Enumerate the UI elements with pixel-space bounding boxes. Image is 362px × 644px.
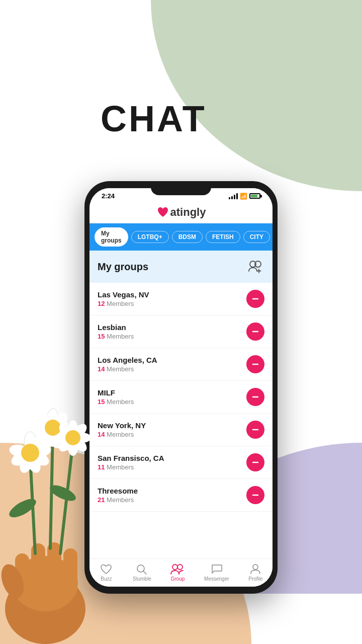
member-count: 12 — [98, 300, 105, 307]
nav-item-stumble[interactable]: Stumble — [133, 563, 151, 582]
nav-item-messenger[interactable]: Messenger — [204, 563, 229, 582]
group-item: Lesbian 15 Members — [89, 315, 273, 348]
remove-button[interactable] — [246, 486, 264, 504]
signal-bar-1 — [229, 197, 230, 199]
group-name: Los Angeles, CA — [98, 356, 246, 364]
svg-line-51 — [143, 571, 146, 574]
nav-item-group[interactable]: Group — [170, 563, 185, 582]
nav-label-profile: Profile — [248, 576, 262, 582]
remove-button[interactable] — [246, 453, 264, 471]
minus-icon — [251, 295, 259, 303]
status-icons: 📶 — [229, 193, 260, 200]
user-icon — [249, 564, 261, 575]
battery-icon — [249, 193, 260, 199]
minus-icon — [251, 360, 259, 368]
app-header: atingly — [89, 202, 273, 223]
group-icon — [170, 563, 185, 575]
app-logo: atingly — [89, 206, 273, 219]
remove-button[interactable] — [246, 355, 264, 373]
stumble-icon — [135, 563, 149, 575]
group-name: Las Vegas, NV — [98, 290, 246, 299]
battery-fill — [251, 195, 257, 197]
group-members: 12 Members — [98, 300, 246, 307]
logo-heart-icon — [156, 206, 169, 219]
chat-icon — [211, 564, 223, 575]
group-members: 15 Members — [98, 333, 246, 340]
svg-point-54 — [253, 565, 258, 570]
minus-icon — [251, 393, 259, 401]
signal-bar-4 — [236, 193, 238, 199]
tab-my-groups[interactable]: My groups — [95, 227, 128, 247]
group-info: Las Vegas, NV 12 Members — [98, 290, 246, 307]
svg-point-52 — [172, 565, 177, 570]
group-item: Los Angeles, CA 14 Members — [89, 348, 273, 381]
groups-header: My groups — [89, 251, 273, 283]
remove-button[interactable] — [246, 323, 264, 341]
signal-bar-3 — [234, 195, 235, 199]
svg-point-38 — [65, 430, 80, 445]
groups-title: My groups — [98, 261, 148, 273]
svg-rect-5 — [63, 548, 77, 589]
minus-icon — [251, 426, 259, 434]
signal-bars-icon — [229, 193, 238, 199]
search-icon — [136, 564, 148, 575]
svg-point-29 — [45, 420, 61, 436]
group-name: Lesbian — [98, 323, 246, 332]
member-count: 14 — [98, 365, 105, 373]
minus-icon — [251, 491, 259, 499]
minus-icon — [251, 458, 259, 466]
group-nav-icon — [170, 563, 185, 575]
tab-lgtbq[interactable]: LGTBQ+ — [131, 231, 169, 243]
svg-point-20 — [21, 444, 39, 462]
nav-label-group: Group — [171, 576, 185, 582]
group-members: 14 Members — [98, 365, 246, 373]
remove-button[interactable] — [246, 388, 264, 406]
nav-item-profile[interactable]: Profile — [248, 563, 262, 582]
wifi-icon: 📶 — [240, 193, 247, 200]
minus-icon — [251, 328, 259, 336]
phone-notch — [151, 181, 211, 195]
add-group-icon — [248, 259, 263, 274]
filter-tabs: My groups LGTBQ+ BDSM FETISH CITY — [89, 223, 273, 251]
svg-point-53 — [177, 565, 183, 570]
tab-fetish[interactable]: FETISH — [206, 231, 240, 243]
messenger-icon — [210, 563, 224, 575]
signal-bar-2 — [231, 196, 233, 199]
remove-button[interactable] — [246, 290, 264, 308]
page-title: CHAT — [101, 98, 207, 139]
bg-shape-green — [151, 0, 362, 191]
logo-text: atingly — [170, 206, 206, 219]
status-time: 2:24 — [102, 192, 115, 200]
profile-icon — [248, 563, 262, 575]
group-item: Las Vegas, NV 12 Members — [89, 283, 273, 315]
group-info: Lesbian 15 Members — [98, 323, 246, 340]
member-count: 15 — [98, 333, 105, 340]
flower-decoration — [0, 382, 126, 644]
tab-bdsm[interactable]: BDSM — [172, 231, 203, 243]
svg-rect-3 — [31, 543, 45, 589]
nav-label-messenger: Messenger — [204, 576, 229, 582]
nav-label-stumble: Stumble — [133, 576, 151, 582]
remove-button[interactable] — [246, 421, 264, 439]
group-info: Los Angeles, CA 14 Members — [98, 356, 246, 373]
tab-city[interactable]: CITY — [243, 231, 270, 243]
add-group-button[interactable] — [246, 258, 264, 276]
